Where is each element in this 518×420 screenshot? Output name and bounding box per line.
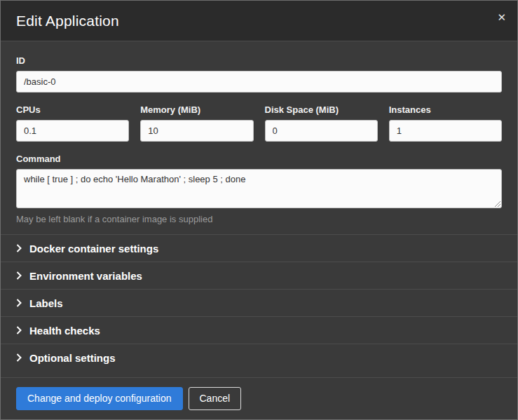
chevron-right-icon <box>16 353 22 362</box>
modal-footer: Change and deploy configuration Cancel <box>1 377 517 419</box>
modal-body: ID CPUs Memory (MiB) Disk Space (MiB) In… <box>1 41 517 234</box>
chevron-right-icon <box>16 299 22 307</box>
memory-input[interactable] <box>140 120 253 142</box>
command-label: Command <box>16 154 502 164</box>
disk-label: Disk Space (MiB) <box>265 104 378 115</box>
section-label: Health checks <box>29 325 100 337</box>
disk-input[interactable] <box>265 120 378 142</box>
edit-application-modal: Edit Application ✕ ID CPUs Memory (MiB) … <box>0 0 518 420</box>
id-field-group: ID <box>16 55 502 93</box>
section-label: Docker container settings <box>29 243 158 255</box>
collapsible-sections: Docker container settings Environment va… <box>1 234 517 371</box>
chevron-right-icon <box>16 244 22 252</box>
section-labels[interactable]: Labels <box>1 289 517 316</box>
cancel-button[interactable]: Cancel <box>189 387 242 410</box>
section-docker-container-settings[interactable]: Docker container settings <box>1 234 517 262</box>
section-optional-settings[interactable]: Optional settings <box>1 344 517 371</box>
modal-header: Edit Application ✕ <box>1 1 517 41</box>
command-help-text: May be left blank if a container image i… <box>16 214 502 224</box>
modal-title: Edit Application <box>16 13 500 29</box>
change-and-deploy-button[interactable]: Change and deploy configuration <box>16 387 183 410</box>
instances-field-group: Instances <box>389 104 502 142</box>
close-icon[interactable]: ✕ <box>497 12 506 22</box>
command-field-group: Command while [ true ] ; do echo 'Hello … <box>16 154 502 224</box>
chevron-right-icon <box>16 271 22 280</box>
instances-input[interactable] <box>389 120 502 142</box>
id-input[interactable] <box>16 71 502 93</box>
cpus-input[interactable] <box>16 120 129 142</box>
disk-field-group: Disk Space (MiB) <box>265 104 378 142</box>
memory-field-group: Memory (MiB) <box>140 104 253 142</box>
cpus-field-group: CPUs <box>16 104 129 142</box>
section-label: Environment variables <box>29 270 142 282</box>
id-label: ID <box>16 55 502 66</box>
chevron-right-icon <box>16 326 22 334</box>
cpus-label: CPUs <box>16 104 129 115</box>
command-input[interactable]: while [ true ] ; do echo 'Hello Marathon… <box>16 169 502 208</box>
section-environment-variables[interactable]: Environment variables <box>1 262 517 289</box>
section-label: Labels <box>29 297 63 309</box>
memory-label: Memory (MiB) <box>140 104 253 115</box>
resources-row: CPUs Memory (MiB) Disk Space (MiB) Insta… <box>16 104 502 142</box>
instances-label: Instances <box>389 104 502 115</box>
section-label: Optional settings <box>29 352 116 364</box>
section-health-checks[interactable]: Health checks <box>1 316 517 344</box>
